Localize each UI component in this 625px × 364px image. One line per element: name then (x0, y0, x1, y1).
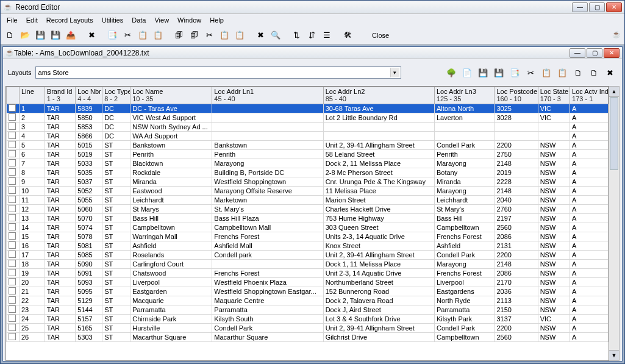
table-row[interactable]: 16TAR5081STAshfieldAshfield MallKnox Str… (7, 241, 609, 251)
cell-locname[interactable]: Miranda (130, 177, 212, 187)
table-row[interactable]: 4TAR5866DCWA Ad SupportA (7, 132, 609, 141)
cell-loctype[interactable]: ST (102, 214, 130, 223)
cell-state[interactable]: NSW (538, 141, 570, 150)
cell-addr1[interactable]: Westfield Shoppingtown Eastgar... (212, 287, 323, 296)
cell-locname[interactable]: DC - Taras Ave (130, 104, 212, 113)
cell-locnbr[interactable]: 5019 (76, 150, 102, 159)
cell-addr2[interactable]: Dock J, Aird Street (323, 305, 434, 315)
cell-brand[interactable]: TAR (45, 214, 75, 223)
cell-post[interactable]: 2040 (495, 196, 538, 205)
cell-state[interactable]: NSW (538, 205, 570, 214)
cell-locname[interactable]: Hurstville (130, 324, 212, 333)
cell-state[interactable]: VIC (538, 104, 570, 113)
table-row[interactable]: 18TAR5090STCarlingford CourtDock 1, 11 M… (7, 260, 609, 269)
cell-actv[interactable]: A (570, 113, 609, 123)
row-checkbox[interactable] (7, 214, 20, 223)
table-row[interactable]: 11TAR5055STLeichhardtMarketownMarion Str… (7, 196, 609, 205)
delete2-icon[interactable]: ✖ (254, 29, 267, 42)
col-loc-name[interactable]: Loc Name10 - 35 (130, 87, 212, 104)
cell-locnbr[interactable]: 5078 (76, 232, 102, 241)
row-checkbox[interactable] (7, 287, 20, 296)
menu-record-layouts[interactable]: Record Layouts (43, 15, 97, 25)
cell-brand[interactable]: TAR (45, 168, 75, 177)
cell-addr3[interactable]: Ashfield (434, 241, 494, 251)
cell-actv[interactable]: A (570, 287, 609, 296)
filter-icon[interactable]: ☰ (320, 29, 334, 42)
cell-post[interactable]: 2086 (495, 269, 538, 278)
cell-actv[interactable]: A (570, 251, 609, 260)
cell-locname[interactable]: Macquarie (130, 296, 212, 305)
cell-post[interactable] (495, 123, 538, 132)
cell-post[interactable]: 2148 (495, 187, 538, 196)
cell-loctype[interactable]: ST (102, 260, 130, 269)
cell-line[interactable]: 2 (19, 113, 45, 123)
cell-addr1[interactable]: Macarthur Square (212, 333, 323, 342)
cell-addr1[interactable]: Westfield Shoppingtown (212, 177, 323, 187)
save-icon[interactable]: 💾 (34, 29, 47, 42)
data-table[interactable]: Line Brand Id1 - 3 Loc Nbr4 - 4 Loc Type… (6, 87, 609, 342)
options-icon[interactable]: 🛠 (341, 29, 354, 42)
cut-icon[interactable]: ✂ (121, 29, 134, 42)
cell-locname[interactable]: Bankstown (130, 141, 212, 150)
cell-loctype[interactable]: ST (102, 177, 130, 187)
cell-loctype[interactable]: ST (102, 296, 130, 305)
cell-locname[interactable]: Eastwood (130, 187, 212, 196)
cell-line[interactable]: 3 (19, 123, 45, 132)
cell-brand[interactable]: TAR (45, 104, 75, 113)
cell-locname[interactable]: Leichhardt (130, 196, 212, 205)
cell-locname[interactable]: Penrith (130, 150, 212, 159)
table-row[interactable]: 9TAR5037STMirandaWestfield ShoppingtownC… (7, 177, 609, 187)
col-addr3[interactable]: Loc Addr Ln3125 - 35 (434, 87, 494, 104)
col-line[interactable]: Line (19, 87, 45, 104)
cell-loctype[interactable]: ST (102, 333, 130, 342)
cell-locname[interactable]: Rockdale (130, 168, 212, 177)
cell-locnbr[interactable]: 5850 (76, 113, 102, 123)
cell-loctype[interactable]: ST (102, 159, 130, 168)
row-checkbox[interactable] (7, 269, 20, 278)
cell-brand[interactable]: TAR (45, 296, 75, 305)
cell-brand[interactable]: TAR (45, 305, 75, 315)
table-row[interactable]: 3TAR5853DCNSW North Sydney Ad ...A (7, 123, 609, 132)
cell-addr1[interactable]: Frenchs Forest (212, 269, 323, 278)
cell-line[interactable]: 18 (19, 260, 45, 269)
cell-locname[interactable]: Blacktown (130, 159, 212, 168)
new-icon[interactable]: 🗋 (3, 29, 16, 42)
cell-addr2[interactable]: Unit 2-3, 14 Aquatic Drive (323, 269, 434, 278)
cell-locname[interactable]: St Marys (130, 205, 212, 214)
row-checkbox[interactable] (7, 333, 20, 342)
cell-line[interactable]: 26 (19, 333, 45, 342)
cell-brand[interactable]: TAR (45, 278, 75, 287)
cell-locnbr[interactable]: 5033 (76, 159, 102, 168)
cell-brand[interactable]: TAR (45, 315, 75, 324)
row-checkbox[interactable] (7, 141, 20, 150)
cell-addr3[interactable]: Frenchs Forest (434, 232, 494, 241)
cell-post[interactable]: 3025 (495, 104, 538, 113)
cell-post[interactable]: 2036 (495, 287, 538, 296)
cell-brand[interactable]: TAR (45, 205, 75, 214)
cell-state[interactable]: NSW (538, 296, 570, 305)
cell-actv[interactable]: A (570, 296, 609, 305)
minimize-button[interactable]: — (572, 2, 588, 12)
inner-close-button[interactable]: ✕ (604, 48, 620, 58)
cell-post[interactable]: 2019 (495, 168, 538, 177)
cell-locnbr[interactable]: 5091 (76, 269, 102, 278)
row-checkbox[interactable] (7, 159, 20, 168)
row-checkbox[interactable] (7, 132, 20, 141)
cell-loctype[interactable]: DC (102, 113, 130, 123)
cell-addr3[interactable]: Eastgardens (434, 287, 494, 296)
cell-brand[interactable]: TAR (45, 232, 75, 241)
cell-brand[interactable]: TAR (45, 159, 75, 168)
paste-icon[interactable]: 📋 (136, 29, 149, 42)
cell-line[interactable]: 22 (19, 296, 45, 305)
cell-addr3[interactable] (434, 132, 494, 141)
cell-addr3[interactable]: Marayong (434, 159, 494, 168)
cell-actv[interactable]: A (570, 269, 609, 278)
cell-actv[interactable]: A (570, 223, 609, 232)
cell-post[interactable]: 2560 (495, 223, 538, 232)
cell-locnbr[interactable]: 5853 (76, 123, 102, 132)
cell-post[interactable]: 2150 (495, 305, 538, 315)
cell-post[interactable]: 2228 (495, 177, 538, 187)
col-loc-type[interactable]: Loc Type8 - 2 (102, 87, 130, 104)
cell-locname[interactable]: Carlingford Court (130, 260, 212, 269)
cell-line[interactable]: 24 (19, 315, 45, 324)
